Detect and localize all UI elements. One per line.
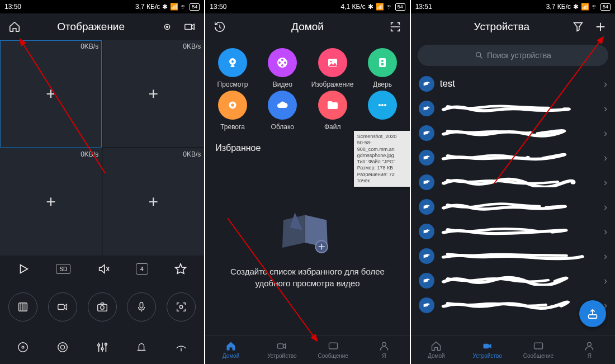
plus-icon[interactable] xyxy=(593,19,608,35)
svg-point-31 xyxy=(379,104,381,106)
svg-point-12 xyxy=(60,345,64,349)
app-video[interactable]: Видео xyxy=(259,48,306,88)
nav-me[interactable]: Я xyxy=(358,335,409,364)
nav-home[interactable]: Домой xyxy=(205,335,256,364)
svg-point-21 xyxy=(284,62,286,64)
fisheye-button[interactable] xyxy=(55,339,70,355)
reel-icon xyxy=(268,48,297,77)
camera-switch-icon[interactable] xyxy=(182,19,197,35)
mute-button[interactable] xyxy=(96,261,111,277)
device-row[interactable]: › xyxy=(411,219,615,244)
device-row[interactable]: › xyxy=(411,195,615,219)
grid-cell[interactable]: 0KB/s + xyxy=(102,148,204,256)
app-cloud[interactable]: Облако xyxy=(259,91,306,131)
status-time: 13:51 xyxy=(415,3,546,11)
topbar: Устройства xyxy=(411,13,615,40)
siren-button[interactable] xyxy=(134,339,149,355)
folder-icon xyxy=(318,91,347,120)
chevron-right-icon: › xyxy=(604,275,607,287)
grid-cell[interactable]: 0KB/s + xyxy=(0,148,102,256)
svg-point-48 xyxy=(428,279,429,281)
snapshot-button[interactable] xyxy=(88,292,117,322)
app-preview[interactable]: Просмотр xyxy=(209,48,256,88)
device-row[interactable]: › xyxy=(411,121,615,145)
apps-grid: Просмотр Видео Изображение Дверь Тревога… xyxy=(205,40,409,135)
device-row[interactable]: test › xyxy=(411,72,615,96)
device-row[interactable]: › xyxy=(411,96,615,121)
wiper-button[interactable] xyxy=(173,339,189,355)
filter-icon[interactable] xyxy=(570,19,586,35)
svg-point-44 xyxy=(428,181,429,182)
video-button[interactable] xyxy=(48,292,77,322)
redacted-label xyxy=(440,177,598,187)
chevron-right-icon: › xyxy=(604,177,607,188)
redacted-label xyxy=(440,103,598,114)
svg-point-41 xyxy=(428,107,429,108)
status-time: 13:50 xyxy=(4,3,135,11)
nav-device[interactable]: Устройство xyxy=(462,335,513,364)
camera-icon xyxy=(419,76,434,92)
focus-button[interactable] xyxy=(167,292,196,322)
app-alarm[interactable]: Тревога xyxy=(209,91,256,131)
app-more[interactable] xyxy=(358,91,406,131)
redacted-label xyxy=(440,153,598,163)
search-input[interactable]: Поиск устройства xyxy=(418,45,608,66)
chevron-right-icon: › xyxy=(604,103,607,115)
svg-rect-4 xyxy=(58,304,64,309)
star-button[interactable] xyxy=(173,261,188,277)
svg-rect-26 xyxy=(379,58,386,67)
nav-message[interactable]: Сообщение xyxy=(513,335,564,364)
home-icon[interactable] xyxy=(7,19,22,35)
battery-indicator: 54 xyxy=(600,3,611,11)
target-icon[interactable] xyxy=(159,19,175,35)
device-row[interactable]: › xyxy=(411,145,615,170)
page-title: Отображение xyxy=(29,21,153,33)
svg-point-9 xyxy=(18,343,28,352)
signal-icon: 📶 xyxy=(376,3,384,11)
svg-point-30 xyxy=(231,103,234,107)
cloud-icon xyxy=(268,91,297,120)
search-placeholder: Поиск устройства xyxy=(487,51,551,60)
app-door[interactable]: Дверь xyxy=(358,48,406,88)
chevron-right-icon: › xyxy=(604,250,607,262)
device-row[interactable]: › xyxy=(411,170,615,195)
svg-rect-2 xyxy=(185,24,192,29)
history-icon[interactable] xyxy=(212,19,228,35)
ptz-button[interactable] xyxy=(15,339,31,355)
svg-rect-51 xyxy=(483,344,489,348)
bluetooth-icon: ✱ xyxy=(162,3,168,11)
nav-message[interactable]: Сообщение xyxy=(308,335,358,364)
play-button[interactable] xyxy=(16,261,31,277)
device-row[interactable]: › xyxy=(411,244,615,268)
app-image[interactable]: Изображение xyxy=(309,48,356,88)
app-file[interactable]: Файл xyxy=(309,91,356,131)
screen-display: 13:50 3,7 КБ/с ✱ 📶 ᯤ 54 Отображение 0KB/… xyxy=(0,0,204,364)
nav-home[interactable]: Домой xyxy=(411,335,462,364)
svg-point-20 xyxy=(281,59,283,61)
svg-point-39 xyxy=(476,53,481,57)
camera-icon xyxy=(419,150,434,166)
camera-icon xyxy=(419,273,434,289)
device-row[interactable]: › xyxy=(411,268,615,293)
mic-button[interactable] xyxy=(127,292,156,322)
nav-device[interactable]: Устройство xyxy=(257,335,308,364)
quality-button[interactable]: SD xyxy=(56,264,70,274)
svg-point-23 xyxy=(278,62,281,64)
svg-point-37 xyxy=(382,342,386,346)
share-fab[interactable] xyxy=(579,300,606,327)
svg-point-18 xyxy=(231,60,234,63)
layout-button[interactable]: 4 xyxy=(136,263,148,275)
bitrate-label: 0KB/s xyxy=(81,150,98,158)
scan-icon[interactable] xyxy=(387,19,403,35)
grid-cell[interactable]: 0KB/s + xyxy=(102,40,204,148)
svg-rect-28 xyxy=(381,63,384,65)
redacted-label xyxy=(440,251,598,261)
nav-me[interactable]: Я xyxy=(564,335,615,364)
favorites-empty: Создайте список избранного для более удо… xyxy=(205,161,409,335)
bitrate-label: 0KB/s xyxy=(81,42,98,50)
record-button[interactable] xyxy=(8,292,37,322)
topbar: Домой xyxy=(205,13,409,40)
grid-cell[interactable]: 0KB/s + xyxy=(0,40,102,148)
sliders-button[interactable] xyxy=(94,339,110,355)
video-grid: 0KB/s + 0KB/s + 0KB/s + 0KB/s + xyxy=(0,40,204,256)
